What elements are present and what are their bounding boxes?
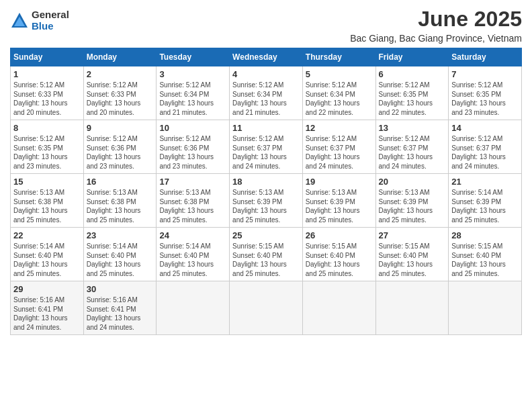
- daylight-text: Daylight: 13 hours and 21 minutes.: [159, 99, 214, 116]
- sunrise-text: Sunrise: 5:16 AM: [13, 296, 64, 304]
- sunrise-text: Sunrise: 5:13 AM: [159, 189, 210, 196]
- day-number: 2: [87, 69, 154, 79]
- sunrise-text: Sunrise: 5:12 AM: [306, 81, 357, 89]
- day-info: Sunrise: 5:15 AM Sunset: 6:40 PM Dayligh…: [306, 242, 373, 278]
- table-row: 26 Sunrise: 5:15 AM Sunset: 6:40 PM Dayl…: [302, 228, 375, 281]
- col-friday: Friday: [375, 48, 449, 66]
- sunset-text: Sunset: 6:41 PM: [13, 306, 63, 313]
- day-number: 19: [306, 177, 373, 187]
- day-number: 23: [87, 230, 154, 240]
- sunset-text: Sunset: 6:34 PM: [306, 91, 355, 98]
- day-number: 10: [159, 123, 226, 133]
- day-info: Sunrise: 5:16 AM Sunset: 6:41 PM Dayligh…: [13, 295, 81, 332]
- daylight-text: Daylight: 13 hours and 22 minutes.: [379, 99, 433, 116]
- day-number: 27: [379, 230, 446, 240]
- sunrise-text: Sunrise: 5:15 AM: [451, 242, 502, 250]
- day-info: Sunrise: 5:12 AM Sunset: 6:37 PM Dayligh…: [451, 134, 519, 171]
- day-number: 18: [232, 177, 300, 187]
- calendar-week-row: 15 Sunrise: 5:13 AM Sunset: 6:38 PM Dayl…: [11, 174, 522, 228]
- table-row: 20 Sunrise: 5:13 AM Sunset: 6:39 PM Dayl…: [375, 174, 449, 228]
- day-info: Sunrise: 5:13 AM Sunset: 6:39 PM Dayligh…: [306, 188, 373, 224]
- sunrise-text: Sunrise: 5:15 AM: [306, 242, 357, 250]
- daylight-text: Daylight: 13 hours and 24 minutes.: [306, 153, 360, 170]
- daylight-text: Daylight: 13 hours and 23 minutes.: [87, 153, 141, 170]
- daylight-text: Daylight: 13 hours and 25 minutes.: [379, 207, 433, 224]
- sunset-text: Sunset: 6:33 PM: [87, 91, 136, 98]
- sunset-text: Sunset: 6:40 PM: [13, 252, 63, 259]
- day-info: Sunrise: 5:14 AM Sunset: 6:40 PM Dayligh…: [159, 242, 226, 278]
- sunset-text: Sunset: 6:33 PM: [13, 91, 63, 98]
- day-info: Sunrise: 5:16 AM Sunset: 6:41 PM Dayligh…: [87, 295, 154, 332]
- day-info: Sunrise: 5:12 AM Sunset: 6:34 PM Dayligh…: [159, 81, 226, 117]
- sunset-text: Sunset: 6:39 PM: [379, 198, 429, 205]
- logo-general-text: General: [32, 9, 69, 21]
- logo: General Blue: [10, 9, 69, 32]
- calendar-week-row: 8 Sunrise: 5:12 AM Sunset: 6:35 PM Dayli…: [11, 120, 522, 174]
- sunrise-text: Sunrise: 5:13 AM: [13, 189, 64, 196]
- title-area: June 2025 Bac Giang, Bac Giang Province,…: [350, 7, 522, 44]
- table-row: 14 Sunrise: 5:12 AM Sunset: 6:37 PM Dayl…: [449, 120, 522, 174]
- sunset-text: Sunset: 6:39 PM: [306, 198, 355, 205]
- day-info: Sunrise: 5:12 AM Sunset: 6:35 PM Dayligh…: [379, 81, 446, 117]
- table-row: 6 Sunrise: 5:12 AM Sunset: 6:35 PM Dayli…: [375, 66, 449, 120]
- daylight-text: Daylight: 13 hours and 24 minutes.: [451, 153, 506, 170]
- daylight-text: Daylight: 13 hours and 20 minutes.: [13, 99, 68, 116]
- daylight-text: Daylight: 13 hours and 23 minutes.: [13, 153, 68, 170]
- sunset-text: Sunset: 6:39 PM: [232, 198, 282, 205]
- day-info: Sunrise: 5:14 AM Sunset: 6:39 PM Dayligh…: [451, 188, 519, 224]
- day-info: Sunrise: 5:12 AM Sunset: 6:37 PM Dayligh…: [232, 134, 300, 171]
- day-number: 7: [451, 69, 519, 79]
- day-info: Sunrise: 5:15 AM Sunset: 6:40 PM Dayligh…: [379, 242, 446, 278]
- daylight-text: Daylight: 13 hours and 25 minutes.: [451, 207, 506, 224]
- day-number: 9: [87, 123, 154, 133]
- day-number: 21: [451, 177, 519, 187]
- sunrise-text: Sunrise: 5:15 AM: [232, 242, 283, 250]
- sunrise-text: Sunrise: 5:12 AM: [232, 81, 283, 89]
- table-row: 18 Sunrise: 5:13 AM Sunset: 6:39 PM Dayl…: [230, 174, 303, 228]
- sunrise-text: Sunrise: 5:12 AM: [87, 135, 138, 142]
- day-number: 8: [13, 123, 81, 133]
- daylight-text: Daylight: 13 hours and 25 minutes.: [306, 261, 360, 277]
- col-monday: Monday: [83, 48, 157, 66]
- sunrise-text: Sunrise: 5:12 AM: [159, 81, 210, 89]
- day-info: Sunrise: 5:12 AM Sunset: 6:34 PM Dayligh…: [306, 81, 373, 117]
- daylight-text: Daylight: 13 hours and 24 minutes.: [232, 153, 287, 170]
- sunrise-text: Sunrise: 5:12 AM: [451, 135, 502, 142]
- calendar-table: Sunday Monday Tuesday Wednesday Thursday…: [10, 48, 522, 335]
- daylight-text: Daylight: 13 hours and 24 minutes.: [379, 153, 433, 170]
- table-row: [449, 281, 522, 335]
- daylight-text: Daylight: 13 hours and 25 minutes.: [451, 261, 506, 277]
- sunset-text: Sunset: 6:38 PM: [87, 198, 136, 205]
- sunset-text: Sunset: 6:40 PM: [87, 252, 136, 259]
- sunset-text: Sunset: 6:38 PM: [13, 198, 63, 205]
- table-row: 28 Sunrise: 5:15 AM Sunset: 6:40 PM Dayl…: [449, 228, 522, 281]
- sunrise-text: Sunrise: 5:12 AM: [451, 81, 502, 89]
- day-number: 15: [13, 177, 81, 187]
- sunrise-text: Sunrise: 5:12 AM: [87, 81, 138, 89]
- sunset-text: Sunset: 6:37 PM: [232, 144, 282, 152]
- daylight-text: Daylight: 13 hours and 25 minutes.: [232, 207, 287, 224]
- day-info: Sunrise: 5:13 AM Sunset: 6:39 PM Dayligh…: [379, 188, 446, 224]
- calendar-week-row: 22 Sunrise: 5:14 AM Sunset: 6:40 PM Dayl…: [11, 228, 522, 281]
- calendar-week-row: 29 Sunrise: 5:16 AM Sunset: 6:41 PM Dayl…: [11, 281, 522, 335]
- day-info: Sunrise: 5:12 AM Sunset: 6:36 PM Dayligh…: [159, 134, 226, 171]
- day-number: 5: [306, 69, 373, 79]
- daylight-text: Daylight: 13 hours and 25 minutes.: [306, 207, 360, 224]
- day-number: 13: [379, 123, 446, 133]
- table-row: 3 Sunrise: 5:12 AM Sunset: 6:34 PM Dayli…: [157, 66, 230, 120]
- sunset-text: Sunset: 6:37 PM: [306, 144, 355, 152]
- col-tuesday: Tuesday: [157, 48, 230, 66]
- daylight-text: Daylight: 13 hours and 24 minutes.: [87, 314, 141, 331]
- table-row: 11 Sunrise: 5:12 AM Sunset: 6:37 PM Dayl…: [230, 120, 303, 174]
- table-row: 23 Sunrise: 5:14 AM Sunset: 6:40 PM Dayl…: [83, 228, 157, 281]
- day-info: Sunrise: 5:13 AM Sunset: 6:39 PM Dayligh…: [232, 188, 300, 224]
- table-row: 8 Sunrise: 5:12 AM Sunset: 6:35 PM Dayli…: [11, 120, 84, 174]
- sunrise-text: Sunrise: 5:13 AM: [87, 189, 138, 196]
- sunset-text: Sunset: 6:36 PM: [159, 144, 209, 152]
- sunrise-text: Sunrise: 5:13 AM: [232, 189, 283, 196]
- day-number: 11: [232, 123, 300, 133]
- sunset-text: Sunset: 6:34 PM: [159, 91, 209, 98]
- table-row: 22 Sunrise: 5:14 AM Sunset: 6:40 PM Dayl…: [11, 228, 84, 281]
- daylight-text: Daylight: 13 hours and 25 minutes.: [13, 207, 68, 224]
- sunrise-text: Sunrise: 5:14 AM: [451, 189, 502, 196]
